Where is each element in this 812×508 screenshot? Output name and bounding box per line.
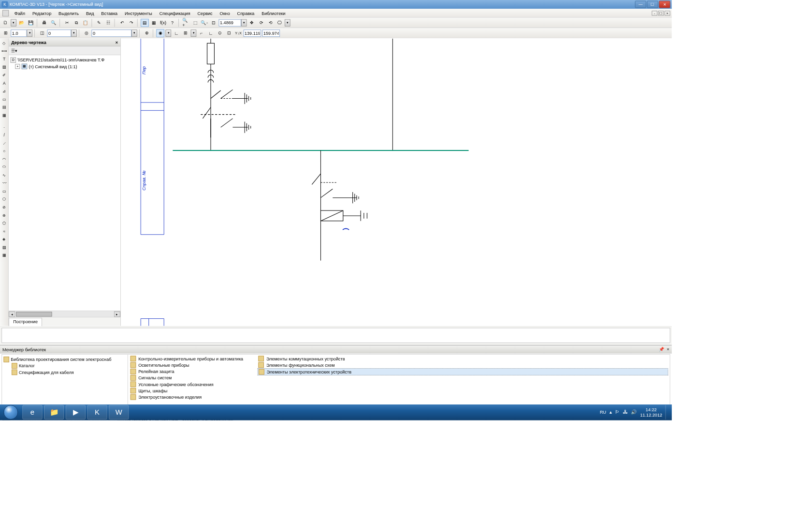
coord-y-input[interactable] — [262, 30, 280, 37]
tree-panel-close[interactable]: × — [116, 40, 118, 45]
coord-x-input[interactable] — [244, 30, 261, 37]
undo-button[interactable]: ↶ — [118, 18, 126, 27]
view-button[interactable]: ◎ — [82, 29, 90, 37]
copy-props[interactable]: ✎ — [95, 18, 103, 27]
taskbar-explorer[interactable]: 📁 — [44, 405, 64, 419]
dim-icon[interactable]: ⟷ — [0, 47, 8, 55]
zoom-input[interactable] — [219, 19, 241, 26]
menu-insert[interactable]: Вставка — [98, 10, 121, 16]
zoom-out-button[interactable]: 🔍- — [200, 18, 208, 27]
save-button[interactable]: 💾 — [27, 18, 35, 27]
list-item[interactable]: Элементы коммутационных устройств — [258, 356, 668, 362]
maximize-button[interactable]: ☐ — [647, 1, 658, 8]
libmgr-pin-icon[interactable]: 📌 — [659, 346, 665, 352]
bezier-tool[interactable]: 〰 — [0, 179, 8, 187]
hatch-icon[interactable]: ▨ — [0, 63, 8, 71]
lcs-button[interactable]: ⌐ — [198, 29, 206, 37]
drawing-canvas[interactable]: Пер Справ. № — [121, 38, 672, 326]
param-button[interactable]: ⊡ — [225, 29, 233, 37]
seg-tool[interactable]: ⟋ — [0, 139, 8, 147]
view-dropdown[interactable]: ▾ — [131, 30, 137, 37]
menu-edit[interactable]: Редактор — [29, 10, 54, 16]
tray-clock[interactable]: 14:22 11.12.2012 — [640, 407, 662, 418]
help-button[interactable]: ? — [168, 18, 176, 27]
view-input[interactable] — [91, 30, 131, 37]
drawing-tree[interactable]: D \\SERVER21\students\11-эпп\Амекачев Т.… — [9, 55, 120, 311]
new-button[interactable]: 🗋 — [1, 18, 10, 27]
round-button[interactable]: ⊙ — [216, 29, 224, 37]
open-button[interactable]: 📂 — [17, 18, 26, 27]
rect-tool[interactable]: ▭ — [0, 187, 8, 194]
equidist-tool[interactable]: ≈ — [0, 227, 8, 235]
list-item[interactable]: Осветительные приборы — [130, 362, 254, 368]
redo-button[interactable]: ↷ — [127, 18, 135, 27]
break-tool[interactable]: ⊘ — [0, 203, 8, 210]
command-input[interactable] — [1, 328, 670, 343]
lib-manager-button[interactable]: ▤ — [141, 18, 149, 27]
taskbar-wmp[interactable]: ▶ — [66, 405, 86, 419]
menu-file[interactable]: Файл — [11, 10, 29, 16]
collect-tool[interactable]: ◈ — [0, 235, 8, 242]
taskbar-ie[interactable]: e — [22, 405, 42, 419]
start-button[interactable] — [0, 404, 22, 420]
zoom-dropdown[interactable]: ▾ — [241, 19, 247, 26]
circle-tool[interactable]: ○ — [0, 147, 8, 154]
lib-root[interactable]: Библиотека проектирования систем электро… — [3, 356, 126, 362]
layer-input[interactable] — [47, 30, 72, 37]
lib-node2[interactable]: Спецификация для кабеля — [3, 369, 126, 375]
tray-volume-icon[interactable]: 🔊 — [631, 409, 637, 415]
print-button[interactable]: 🖶 — [41, 18, 49, 27]
menu-service[interactable]: Сервис — [194, 10, 216, 16]
new-dropdown[interactable]: ▾ — [11, 19, 16, 26]
zoom-window-button[interactable]: ⬚ — [191, 18, 199, 27]
style1-input[interactable] — [11, 30, 27, 37]
show-desktop-button[interactable] — [666, 405, 669, 419]
lib-node1[interactable]: Каталог — [3, 363, 126, 369]
list-item[interactable]: Условные графические обозначения — [130, 381, 254, 388]
ortho2-button[interactable]: ∟ — [207, 29, 215, 37]
list-item[interactable]: Электроустановочные изделия — [130, 394, 254, 400]
refresh-dropdown[interactable]: ▾ — [285, 19, 290, 26]
snap-button[interactable]: ⊕ — [143, 29, 151, 37]
grid-snap-button[interactable]: ⊞ — [182, 29, 190, 37]
rebuild-button[interactable]: ⟲ — [266, 18, 275, 27]
list-item[interactable]: Щиты, шкафы — [130, 388, 254, 394]
variables-button[interactable]: ▦ — [150, 18, 158, 27]
hatch2-tool[interactable]: ▨ — [0, 243, 8, 251]
text-icon[interactable]: T — [0, 55, 8, 62]
scroll-thumb[interactable] — [16, 312, 52, 316]
taskbar-word[interactable]: W — [109, 405, 129, 419]
list-item[interactable]: Релейная защита — [130, 368, 254, 374]
tree-settings-icon[interactable]: ☰▾ — [11, 46, 19, 55]
mdi-restore[interactable]: ☐ — [658, 11, 664, 15]
pan-button[interactable]: ✥ — [248, 18, 256, 27]
menu-tools[interactable]: Инструменты — [121, 10, 155, 16]
param-icon[interactable]: A — [0, 79, 8, 87]
list-item[interactable]: Контрольно-измерительные приборы и автом… — [130, 356, 254, 362]
contour-tool[interactable]: ⬠ — [0, 219, 8, 226]
mdi-close[interactable]: × — [665, 11, 670, 15]
properties-button[interactable]: ☷ — [104, 18, 113, 27]
point-tool[interactable]: · — [0, 123, 8, 131]
tree-hscroll[interactable]: ◂ ▸ — [9, 311, 120, 317]
scroll-left[interactable]: ◂ — [9, 311, 15, 317]
taskbar-kompas[interactable]: K — [87, 405, 107, 419]
tray-up-icon[interactable]: ▴ — [609, 409, 612, 415]
axis-tool[interactable]: ⊕ — [0, 211, 8, 219]
grid-button[interactable]: ⊞ — [1, 29, 10, 37]
layer-button[interactable]: ◫ — [38, 29, 46, 37]
spline-tool[interactable]: ∿ — [0, 171, 8, 179]
arc-tool[interactable]: ◠ — [0, 155, 8, 163]
fill-tool[interactable]: ▦ — [0, 252, 8, 259]
grid-dropdown[interactable]: ▾ — [191, 30, 197, 37]
zoom-fit-button[interactable]: ⊡ — [210, 18, 218, 27]
menu-spec[interactable]: Спецификация — [156, 10, 193, 16]
line-tool[interactable]: / — [0, 131, 8, 138]
libmgr-close-icon[interactable]: × — [667, 346, 669, 352]
snap-toggle[interactable]: ◉ — [156, 29, 164, 37]
tree-tab-build[interactable]: Построение — [9, 318, 42, 326]
tray-network-icon[interactable]: 🖧 — [623, 409, 628, 415]
scroll-right[interactable]: ▸ — [114, 311, 120, 317]
zoom-in-button[interactable]: 🔍+ — [182, 18, 190, 27]
layer-dropdown[interactable]: ▾ — [71, 30, 77, 37]
